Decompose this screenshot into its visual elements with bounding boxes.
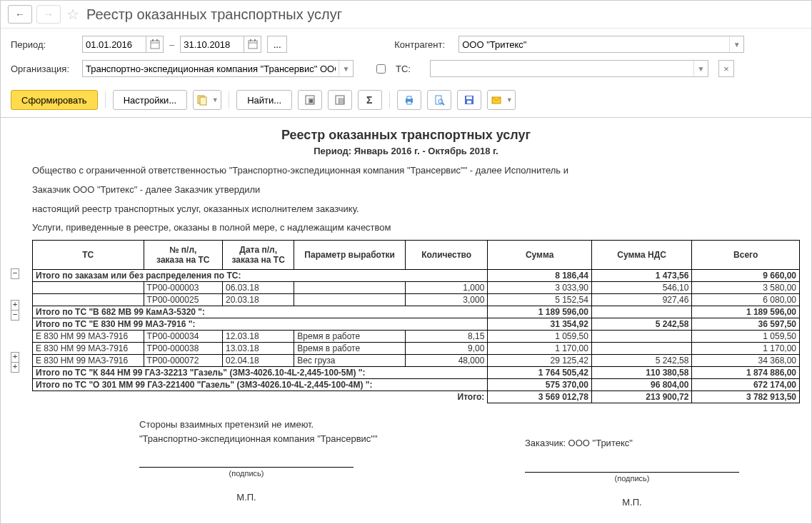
date-from-input[interactable] [82, 36, 146, 53]
intro-line-2: Заказчик ООО "Тритекс" - далее Заказчик … [32, 183, 801, 198]
report-table: ТС № п/л, заказа на ТС Дата п/л, заказа … [32, 240, 800, 403]
svg-rect-0 [151, 41, 159, 49]
grand-total-label: Итого: [33, 391, 488, 403]
print-button[interactable] [397, 90, 421, 110]
contractor-label: Контрагент: [394, 39, 451, 50]
table-row: Е 830 НМ 99 МАЗ-7916ТР00-00007202.04.18В… [33, 355, 800, 367]
ts-dropdown-button[interactable]: ▼ [693, 61, 708, 76]
svg-line-20 [442, 103, 444, 105]
collapse-button[interactable]: ▤ [328, 90, 352, 110]
date-range-dash: – [169, 39, 174, 50]
forward-button[interactable]: → [36, 5, 61, 24]
grand-total: 3 782 913,50 [692, 391, 800, 403]
contractor-dropdown-button[interactable]: ▼ [729, 36, 743, 52]
col-num: № п/л, заказа на ТС [144, 241, 222, 270]
find-button[interactable]: Найти... [236, 90, 292, 110]
grand-vat: 213 900,72 [591, 391, 692, 403]
group-toggle[interactable]: − [11, 310, 19, 321]
col-total: Всего [692, 241, 800, 270]
ts-clear-button[interactable]: × [718, 60, 734, 77]
table-row: Е 830 НМ 99 МАЗ-7916ТР00-00003813.03.18В… [33, 343, 800, 355]
customer-stamp: М.П. [525, 497, 739, 508]
contractor-combo[interactable]: ▼ [458, 36, 744, 53]
settings-button[interactable]: Настройки... [113, 90, 188, 110]
group-toggle[interactable]: + [11, 362, 19, 373]
svg-rect-9 [200, 97, 206, 105]
svg-rect-16 [407, 96, 411, 99]
intro-line-3: настоящий реестр транспортных услуг, ока… [32, 202, 801, 217]
date-to-input[interactable] [180, 36, 244, 53]
email-button[interactable]: ▼ [487, 90, 516, 110]
date-from-calendar-button[interactable] [146, 36, 164, 53]
svg-rect-2 [152, 39, 154, 41]
table-row: Итого по ТС "О 301 ММ 99 ГАЗ-221400 "Газ… [33, 379, 800, 391]
page-title: Реестр оказанных транспортных услуг [86, 6, 342, 23]
sum-button[interactable]: Σ [358, 90, 382, 110]
executor-stamp: М.П. [139, 492, 354, 503]
group-toggle[interactable]: + [11, 352, 19, 363]
customer-signature: (подпись) [525, 472, 739, 483]
save-button[interactable] [457, 90, 481, 110]
svg-rect-17 [407, 101, 411, 104]
col-date: Дата п/л, заказа на ТС [222, 241, 294, 270]
org-label: Организация: [11, 64, 75, 74]
svg-rect-4 [249, 41, 257, 49]
col-qty: Количество [405, 241, 487, 270]
intro-line-4: Услуги, приведенные в реестре, оказаны в… [32, 221, 801, 236]
col-param: Параметр выработки [294, 241, 406, 270]
svg-text:▤: ▤ [338, 96, 344, 104]
ts-input[interactable] [431, 62, 693, 76]
period-picker-button[interactable]: ... [267, 36, 287, 53]
table-row: ТР00-00000306.03.181,0003 033,90546,103 … [33, 282, 800, 294]
intro-line-1: Общество с ограниченной ответственностью… [32, 163, 801, 178]
back-button[interactable]: ← [8, 5, 32, 24]
customer-text: Заказчик: ООО "Тритекс" [525, 436, 796, 450]
ts-checkbox[interactable] [376, 64, 386, 74]
svg-rect-22 [466, 96, 472, 99]
org-combo[interactable]: ▼ [82, 60, 354, 77]
org-dropdown-button[interactable]: ▼ [339, 61, 353, 76]
table-row: Итого по ТС "К 844 НМ 99 ГАЗ-32213 "Газе… [33, 367, 800, 379]
no-claims-text: Стороны взаимных претензий не имеют. [139, 418, 411, 432]
svg-text:Σ: Σ [366, 94, 372, 106]
svg-rect-23 [467, 101, 471, 104]
table-row: Итого по ТС "В 682 МВ 99 КамАЗ-5320 ":1 … [33, 306, 800, 318]
svg-rect-7 [254, 39, 256, 41]
group-toggle[interactable]: − [11, 268, 19, 279]
table-row: Итого по ТС "Е 830 НМ 99 МАЗ-7916 ":31 3… [33, 318, 800, 331]
preview-button[interactable] [427, 90, 451, 110]
contractor-input[interactable] [459, 38, 729, 51]
group-toggle[interactable]: + [11, 300, 19, 311]
favorite-icon[interactable]: ☆ [66, 6, 79, 23]
form-button[interactable]: Сформировать [11, 90, 98, 110]
grand-sum: 3 569 012,78 [488, 391, 592, 403]
svg-text:▣: ▣ [308, 96, 314, 104]
svg-rect-3 [156, 39, 158, 41]
svg-rect-18 [436, 96, 441, 104]
executor-signature: (подпись) [139, 467, 354, 478]
report-title: Реестр оказанных транспортных услуг [11, 128, 801, 143]
expand-button[interactable]: ▣ [298, 90, 322, 110]
date-to-calendar-button[interactable] [244, 36, 261, 53]
table-row: ТР00-00002520.03.183,0005 152,54927,466 … [33, 294, 800, 306]
report-subtitle: Период: Январь 2016 г. - Октябрь 2018 г. [11, 146, 801, 156]
ts-combo[interactable]: ▼ [430, 60, 708, 77]
period-label: Период: [11, 39, 75, 50]
table-row: Итого по заказам или без распределения п… [33, 270, 800, 282]
variants-button[interactable]: ▼ [193, 90, 221, 110]
org-input[interactable] [83, 62, 339, 76]
table-row: Е 830 НМ 99 МАЗ-7916ТР00-00003412.03.18В… [33, 331, 800, 343]
executor-text: "Транспортно-экспедиционная компания "Тр… [139, 432, 411, 446]
col-vat: Сумма НДС [591, 241, 692, 270]
svg-rect-6 [250, 39, 251, 41]
ts-label: ТС: [396, 64, 423, 74]
col-ts: ТС [33, 241, 144, 270]
col-sum: Сумма [488, 241, 592, 270]
